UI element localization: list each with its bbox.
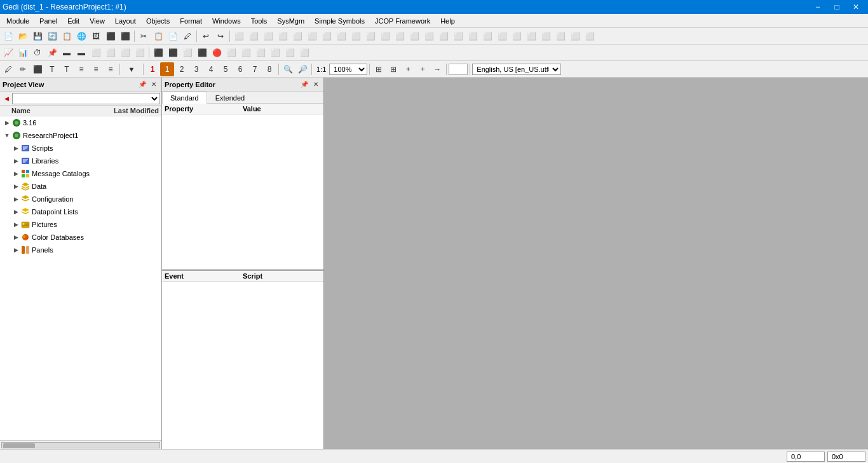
tb2-b11[interactable]: ⬛ bbox=[151, 46, 165, 60]
tb-b32[interactable]: ⬜ bbox=[466, 29, 480, 43]
tb3-num6[interactable]: 6 bbox=[233, 62, 247, 76]
tree-item-panels[interactable]: ▶ Panels bbox=[0, 244, 161, 256]
tb-b27[interactable]: ⬜ bbox=[393, 29, 407, 43]
tb-undo[interactable]: ↩ bbox=[199, 29, 213, 43]
tree-item-scripts[interactable]: ▶ Scripts bbox=[0, 142, 161, 155]
canvas-area[interactable] bbox=[324, 78, 868, 449]
tb-b40[interactable]: ⬜ bbox=[583, 29, 597, 43]
menu-objects[interactable]: Objects bbox=[141, 14, 175, 27]
tb-open[interactable]: 📂 bbox=[16, 29, 30, 43]
tb3-b-arrow[interactable]: → bbox=[430, 62, 444, 76]
tb3-b5[interactable]: T bbox=[60, 62, 74, 76]
tb-b30[interactable]: ⬜ bbox=[437, 29, 451, 43]
tb2-b20[interactable]: ⬜ bbox=[283, 46, 297, 60]
tb-b36[interactable]: ⬜ bbox=[524, 29, 538, 43]
tb-cut[interactable]: ✂ bbox=[137, 29, 151, 43]
tb3-num1[interactable]: 1 bbox=[146, 62, 159, 76]
expander-colordb[interactable]: ▶ bbox=[11, 233, 20, 242]
tb3-b6[interactable]: ≡ bbox=[74, 62, 88, 76]
tb3-num3[interactable]: 3 bbox=[189, 62, 203, 76]
tree-item-msgcat[interactable]: ▶ Message Catalogs bbox=[0, 167, 161, 180]
tb2-b19[interactable]: ⬜ bbox=[268, 46, 282, 60]
maximize-button[interactable]: □ bbox=[827, 0, 846, 14]
tb3-num2[interactable]: 2 bbox=[175, 62, 189, 76]
tree-item-pictures[interactable]: ▶ Pictures bbox=[0, 218, 161, 231]
expander-msgcat[interactable]: ▶ bbox=[11, 169, 20, 178]
tb3-b8[interactable]: ≡ bbox=[104, 62, 118, 76]
menu-format[interactable]: Format bbox=[175, 14, 207, 27]
tb3-b-plus2[interactable]: + bbox=[416, 62, 430, 76]
tb-b28[interactable]: ⬜ bbox=[407, 29, 421, 43]
tb-b18[interactable]: ⬜ bbox=[261, 29, 275, 43]
property-close-btn[interactable]: ✕ bbox=[311, 79, 321, 90]
tb-b23[interactable]: ⬜ bbox=[334, 29, 348, 43]
tb-paste[interactable]: 📄 bbox=[166, 29, 180, 43]
tb-save[interactable]: 💾 bbox=[31, 29, 44, 43]
tb3-zoom-in[interactable]: 🔍 bbox=[281, 62, 295, 76]
menu-help[interactable]: Help bbox=[435, 14, 460, 27]
menu-layout[interactable]: Layout bbox=[110, 14, 141, 27]
tb2-b1[interactable]: 📈 bbox=[1, 46, 15, 60]
tb-redo[interactable]: ↪ bbox=[214, 29, 227, 43]
tb-b38[interactable]: ⬜ bbox=[553, 29, 567, 43]
expander-pictures[interactable]: ▶ bbox=[11, 220, 20, 229]
tb3-num8[interactable]: 8 bbox=[262, 62, 276, 76]
tb-select[interactable]: ⬜ bbox=[232, 29, 246, 43]
tb3-b2[interactable]: ✏ bbox=[16, 62, 30, 76]
menu-windows[interactable]: Windows bbox=[207, 14, 246, 27]
property-pin-btn[interactable]: 📌 bbox=[299, 79, 309, 90]
tb2-b17[interactable]: ⬜ bbox=[239, 46, 253, 60]
tb-b8[interactable]: ⬛ bbox=[104, 29, 118, 43]
tree-item-rp1[interactable]: ▼ ResearchProject1 bbox=[0, 129, 161, 142]
tb-b33[interactable]: ⬜ bbox=[480, 29, 494, 43]
tb2-b16[interactable]: ⬜ bbox=[224, 46, 238, 60]
expander-rp1[interactable]: ▼ bbox=[3, 131, 11, 140]
tb-b21[interactable]: ⬜ bbox=[305, 29, 319, 43]
tb2-b8[interactable]: ⬜ bbox=[104, 46, 118, 60]
color-swatch[interactable] bbox=[449, 64, 468, 75]
close-button[interactable]: ✕ bbox=[846, 0, 865, 14]
project-hscrollbar[interactable] bbox=[1, 442, 160, 448]
tb-format[interactable]: 🖊 bbox=[180, 29, 194, 43]
tb-b7[interactable]: 🖼 bbox=[89, 29, 103, 43]
tb2-b6[interactable]: ▬ bbox=[74, 46, 88, 60]
tb2-b18[interactable]: ⬜ bbox=[254, 46, 268, 60]
tb2-b2[interactable]: 📊 bbox=[16, 46, 30, 60]
tb2-b3[interactable]: ⏱ bbox=[31, 46, 44, 60]
expander-dplist[interactable]: ▶ bbox=[11, 207, 20, 216]
tb3-snap[interactable]: ⊞ bbox=[386, 62, 400, 76]
tree-item-config[interactable]: ▶ Configuration bbox=[0, 193, 161, 205]
tb-b6[interactable]: 🌐 bbox=[74, 29, 88, 43]
tb3-b3[interactable]: ⬛ bbox=[31, 62, 44, 76]
tb2-b10[interactable]: ⬜ bbox=[133, 46, 147, 60]
tb-b31[interactable]: ⬜ bbox=[451, 29, 465, 43]
tb-copy[interactable]: 📋 bbox=[151, 29, 165, 43]
tb2-b21[interactable]: ⬜ bbox=[297, 46, 311, 60]
tb3-b1[interactable]: 🖊 bbox=[1, 62, 15, 76]
tab-extended[interactable]: Extended bbox=[207, 92, 253, 104]
expander-libraries[interactable]: ▶ bbox=[11, 156, 20, 165]
tb-b39[interactable]: ⬜ bbox=[568, 29, 582, 43]
tree-item-libraries[interactable]: ▶ Libraries bbox=[0, 155, 161, 167]
menu-module[interactable]: Module bbox=[1, 14, 34, 27]
tb3-b-plus[interactable]: + bbox=[401, 62, 415, 76]
tb-b20[interactable]: ⬜ bbox=[290, 29, 304, 43]
tb-b19[interactable]: ⬜ bbox=[276, 29, 290, 43]
tb2-b5[interactable]: ▬ bbox=[60, 46, 74, 60]
zoom-select[interactable]: 100% 50% 75% 150% 200% bbox=[329, 64, 367, 75]
menu-jcop[interactable]: JCOP Framework bbox=[370, 14, 435, 27]
tb-b25[interactable]: ⬜ bbox=[363, 29, 377, 43]
tb-b17[interactable]: ⬜ bbox=[247, 29, 261, 43]
tb-b37[interactable]: ⬜ bbox=[539, 29, 553, 43]
tb3-grid[interactable]: ⊞ bbox=[372, 62, 386, 76]
tb3-num1b[interactable]: 1 bbox=[160, 62, 174, 76]
tb2-b14[interactable]: ⬛ bbox=[195, 46, 209, 60]
expander-data[interactable]: ▶ bbox=[11, 182, 20, 191]
tb-b22[interactable]: ⬜ bbox=[320, 29, 334, 43]
locale-select[interactable]: English, US [en_US.utf8] bbox=[472, 64, 561, 75]
tree-item-316[interactable]: ▶ 3.16 bbox=[0, 116, 161, 129]
tree-item-data[interactable]: ▶ Data bbox=[0, 180, 161, 193]
menu-tools[interactable]: Tools bbox=[246, 14, 273, 27]
tb-b35[interactable]: ⬜ bbox=[510, 29, 524, 43]
menu-panel[interactable]: Panel bbox=[34, 14, 62, 27]
